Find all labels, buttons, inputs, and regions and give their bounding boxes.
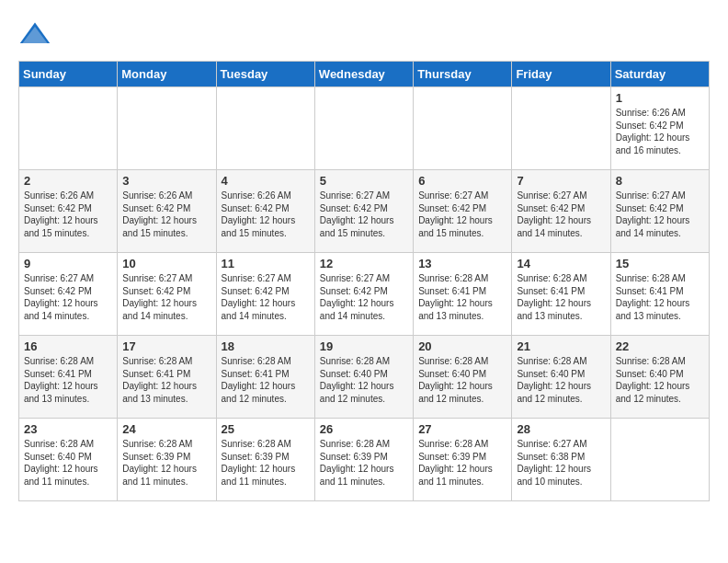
calendar-cell: [216, 87, 314, 170]
day-info: Sunrise: 6:26 AM Sunset: 6:42 PM Dayligh…: [616, 107, 704, 156]
calendar-cell: [610, 419, 709, 501]
day-info: Sunrise: 6:28 AM Sunset: 6:40 PM Dayligh…: [517, 355, 605, 405]
day-number: 12: [320, 257, 408, 270]
calendar-week-row: 23Sunrise: 6:28 AM Sunset: 6:40 PM Dayli…: [19, 419, 710, 501]
day-number: 23: [24, 422, 112, 436]
day-number: 24: [122, 422, 210, 436]
calendar-cell: 10Sunrise: 6:27 AM Sunset: 6:42 PM Dayli…: [118, 253, 216, 336]
day-number: 18: [222, 339, 310, 353]
day-info: Sunrise: 6:27 AM Sunset: 6:42 PM Dayligh…: [616, 190, 704, 239]
logo: [18, 18, 55, 52]
day-info: Sunrise: 6:28 AM Sunset: 6:40 PM Dayligh…: [320, 355, 408, 405]
day-info: Sunrise: 6:27 AM Sunset: 6:42 PM Dayligh…: [320, 190, 408, 239]
day-info: Sunrise: 6:28 AM Sunset: 6:41 PM Dayligh…: [517, 272, 605, 322]
calendar-cell: [19, 87, 118, 170]
calendar-cell: 9Sunrise: 6:27 AM Sunset: 6:42 PM Daylig…: [19, 253, 118, 336]
calendar-cell: 19Sunrise: 6:28 AM Sunset: 6:40 PM Dayli…: [314, 336, 413, 419]
day-number: 8: [616, 174, 704, 188]
calendar-cell: 24Sunrise: 6:28 AM Sunset: 6:39 PM Dayli…: [118, 419, 216, 501]
calendar-cell: 21Sunrise: 6:28 AM Sunset: 6:40 PM Dayli…: [512, 336, 610, 419]
day-number: 7: [517, 174, 605, 188]
calendar-cell: 5Sunrise: 6:27 AM Sunset: 6:42 PM Daylig…: [314, 170, 413, 253]
day-info: Sunrise: 6:28 AM Sunset: 6:39 PM Dayligh…: [320, 438, 408, 488]
calendar-cell: 20Sunrise: 6:28 AM Sunset: 6:40 PM Dayli…: [414, 336, 512, 419]
day-info: Sunrise: 6:28 AM Sunset: 6:39 PM Dayligh…: [222, 438, 310, 488]
day-info: Sunrise: 6:27 AM Sunset: 6:38 PM Dayligh…: [517, 438, 605, 488]
day-header-thursday: Thursday: [414, 62, 512, 87]
day-number: 28: [517, 422, 605, 436]
calendar-week-row: 1Sunrise: 6:26 AM Sunset: 6:42 PM Daylig…: [19, 87, 710, 170]
day-number: 16: [24, 339, 112, 353]
day-number: 25: [222, 422, 310, 436]
day-info: Sunrise: 6:27 AM Sunset: 6:42 PM Dayligh…: [24, 272, 112, 322]
day-header-friday: Friday: [512, 62, 610, 87]
day-info: Sunrise: 6:28 AM Sunset: 6:40 PM Dayligh…: [24, 438, 112, 488]
calendar-cell: 18Sunrise: 6:28 AM Sunset: 6:41 PM Dayli…: [216, 336, 314, 419]
page-header: [18, 18, 710, 52]
day-info: Sunrise: 6:27 AM Sunset: 6:42 PM Dayligh…: [418, 190, 506, 239]
day-info: Sunrise: 6:27 AM Sunset: 6:42 PM Dayligh…: [122, 272, 210, 322]
day-info: Sunrise: 6:28 AM Sunset: 6:41 PM Dayligh…: [122, 355, 210, 405]
calendar-cell: 1Sunrise: 6:26 AM Sunset: 6:42 PM Daylig…: [610, 87, 709, 170]
day-info: Sunrise: 6:28 AM Sunset: 6:41 PM Dayligh…: [24, 355, 112, 405]
day-info: Sunrise: 6:28 AM Sunset: 6:39 PM Dayligh…: [122, 438, 210, 488]
day-number: 1: [616, 91, 704, 105]
calendar-cell: 17Sunrise: 6:28 AM Sunset: 6:41 PM Dayli…: [118, 336, 216, 419]
calendar-week-row: 2Sunrise: 6:26 AM Sunset: 6:42 PM Daylig…: [19, 170, 710, 253]
calendar-cell: [512, 87, 610, 170]
calendar-cell: 28Sunrise: 6:27 AM Sunset: 6:38 PM Dayli…: [512, 419, 610, 501]
day-number: 11: [222, 257, 310, 270]
day-header-sunday: Sunday: [19, 62, 118, 87]
day-info: Sunrise: 6:28 AM Sunset: 6:41 PM Dayligh…: [418, 272, 506, 322]
calendar-cell: 14Sunrise: 6:28 AM Sunset: 6:41 PM Dayli…: [512, 253, 610, 336]
calendar-cell: [314, 87, 413, 170]
day-number: 27: [418, 422, 506, 436]
day-number: 6: [418, 174, 506, 188]
calendar-cell: 4Sunrise: 6:26 AM Sunset: 6:42 PM Daylig…: [216, 170, 314, 253]
day-info: Sunrise: 6:26 AM Sunset: 6:42 PM Dayligh…: [122, 190, 210, 239]
day-header-saturday: Saturday: [610, 62, 709, 87]
day-header-tuesday: Tuesday: [216, 62, 314, 87]
day-number: 26: [320, 422, 408, 436]
day-info: Sunrise: 6:27 AM Sunset: 6:42 PM Dayligh…: [517, 190, 605, 239]
calendar-cell: 16Sunrise: 6:28 AM Sunset: 6:41 PM Dayli…: [19, 336, 118, 419]
day-info: Sunrise: 6:26 AM Sunset: 6:42 PM Dayligh…: [24, 190, 112, 239]
day-header-monday: Monday: [118, 62, 216, 87]
calendar-header-row: SundayMondayTuesdayWednesdayThursdayFrid…: [19, 62, 710, 87]
day-number: 22: [616, 339, 704, 353]
day-info: Sunrise: 6:27 AM Sunset: 6:42 PM Dayligh…: [320, 272, 408, 322]
logo-icon: [18, 18, 51, 52]
day-number: 19: [320, 339, 408, 353]
day-number: 13: [418, 257, 506, 270]
day-number: 4: [222, 174, 310, 188]
day-info: Sunrise: 6:27 AM Sunset: 6:42 PM Dayligh…: [222, 272, 310, 322]
calendar-cell: 27Sunrise: 6:28 AM Sunset: 6:39 PM Dayli…: [414, 419, 512, 501]
calendar-cell: 7Sunrise: 6:27 AM Sunset: 6:42 PM Daylig…: [512, 170, 610, 253]
day-info: Sunrise: 6:28 AM Sunset: 6:40 PM Dayligh…: [616, 355, 704, 405]
calendar-cell: 3Sunrise: 6:26 AM Sunset: 6:42 PM Daylig…: [118, 170, 216, 253]
day-header-wednesday: Wednesday: [314, 62, 413, 87]
calendar-cell: 8Sunrise: 6:27 AM Sunset: 6:42 PM Daylig…: [610, 170, 709, 253]
day-info: Sunrise: 6:28 AM Sunset: 6:40 PM Dayligh…: [418, 355, 506, 405]
calendar-cell: [118, 87, 216, 170]
day-number: 20: [418, 339, 506, 353]
calendar-cell: 15Sunrise: 6:28 AM Sunset: 6:41 PM Dayli…: [610, 253, 709, 336]
day-number: 15: [616, 257, 704, 270]
calendar-cell: 22Sunrise: 6:28 AM Sunset: 6:40 PM Dayli…: [610, 336, 709, 419]
calendar-week-row: 16Sunrise: 6:28 AM Sunset: 6:41 PM Dayli…: [19, 336, 710, 419]
calendar-cell: 13Sunrise: 6:28 AM Sunset: 6:41 PM Dayli…: [414, 253, 512, 336]
calendar-cell: 26Sunrise: 6:28 AM Sunset: 6:39 PM Dayli…: [314, 419, 413, 501]
day-info: Sunrise: 6:26 AM Sunset: 6:42 PM Dayligh…: [222, 190, 310, 239]
day-number: 21: [517, 339, 605, 353]
calendar-table: SundayMondayTuesdayWednesdayThursdayFrid…: [18, 61, 710, 501]
day-info: Sunrise: 6:28 AM Sunset: 6:41 PM Dayligh…: [616, 272, 704, 322]
calendar-cell: 25Sunrise: 6:28 AM Sunset: 6:39 PM Dayli…: [216, 419, 314, 501]
day-number: 10: [122, 257, 210, 270]
day-number: 9: [24, 257, 112, 270]
day-info: Sunrise: 6:28 AM Sunset: 6:39 PM Dayligh…: [418, 438, 506, 488]
calendar-week-row: 9Sunrise: 6:27 AM Sunset: 6:42 PM Daylig…: [19, 253, 710, 336]
calendar-cell: 6Sunrise: 6:27 AM Sunset: 6:42 PM Daylig…: [414, 170, 512, 253]
calendar-cell: 2Sunrise: 6:26 AM Sunset: 6:42 PM Daylig…: [19, 170, 118, 253]
calendar-cell: 23Sunrise: 6:28 AM Sunset: 6:40 PM Dayli…: [19, 419, 118, 501]
day-info: Sunrise: 6:28 AM Sunset: 6:41 PM Dayligh…: [222, 355, 310, 405]
